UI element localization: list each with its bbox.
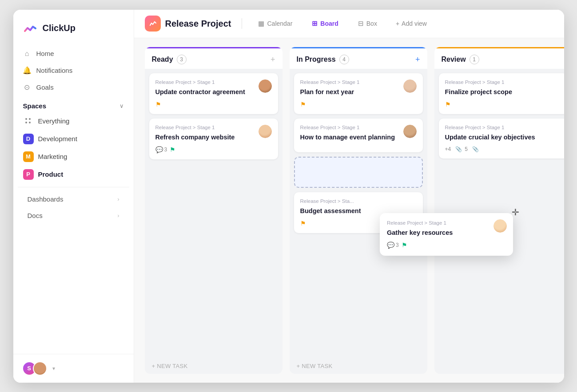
sidebar-item-dashboards[interactable]: Dashboards ›	[18, 191, 129, 207]
ready-cards: Release Project > Stage 1 Update contrac…	[145, 69, 283, 358]
tab-calendar[interactable]: ▦ Calendar	[253, 17, 298, 30]
sidebar-item-goals[interactable]: ⊙ Goals	[18, 79, 129, 96]
sidebar-item-development[interactable]: D Development	[18, 130, 129, 148]
task-footer: ⚑	[155, 101, 272, 108]
plus-icon: +	[396, 20, 399, 27]
task-title: Plan for next year	[300, 87, 417, 96]
attachment-icon: 📎	[455, 146, 462, 152]
extra-label: +4	[445, 146, 451, 152]
comment-count: 3	[164, 147, 167, 153]
sidebar-navigation: ⌂ Home 🔔 Notifications ⊙ Goals Spaces ∨ …	[13, 45, 134, 354]
column-count-in-progress: 4	[339, 55, 349, 64]
column-title-review: Review	[442, 55, 466, 63]
task-card[interactable]: Release Project > Stage 1 Update contrac…	[149, 73, 278, 114]
column-header-ready: Ready 3 +	[145, 47, 283, 69]
floating-card[interactable]: ✛ Release Project > Stage 1 Gather key r…	[380, 213, 513, 256]
dashboards-label: Dashboards	[28, 195, 64, 203]
add-task-ready-button[interactable]: +	[271, 55, 275, 63]
avatar-person	[33, 361, 47, 376]
board-wrapper: Ready 3 + Release Project > Stage 1 Upda…	[145, 47, 564, 374]
attachment-icon-2: 📎	[472, 146, 479, 152]
task-title: Update contractor agreement	[155, 87, 272, 96]
sidebar-item-label: Notifications	[36, 67, 73, 74]
task-card[interactable]: Release Project > Stage 1 Plan for next …	[294, 73, 423, 114]
project-header: Release Project	[145, 16, 231, 32]
clickup-logo-icon	[22, 20, 38, 36]
spaces-title: Spaces	[23, 102, 47, 110]
topbar-divider	[242, 18, 242, 29]
goals-icon: ⊙	[23, 83, 31, 91]
tab-box[interactable]: ⊟ Box	[353, 17, 382, 30]
board-area: Ready 3 + Release Project > Stage 1 Upda…	[134, 38, 564, 383]
box-label: Box	[366, 20, 377, 27]
column-in-progress: In Progress 4 + Release Project > Stage …	[290, 47, 427, 374]
sidebar: ClickUp ⌂ Home 🔔 Notifications ⊙ Goals S…	[13, 10, 134, 383]
column-header-review: Review 1	[434, 47, 564, 69]
tab-board[interactable]: ⊞ Board	[306, 17, 343, 30]
task-meta: Release Project > Stage 1	[445, 125, 561, 130]
task-footer: ⚑	[445, 101, 561, 108]
task-title: Update crucial key objectives	[445, 133, 561, 142]
move-icon: ✛	[512, 207, 519, 218]
sidebar-item-product[interactable]: P Product	[18, 166, 129, 183]
space-badge-p: P	[23, 169, 34, 180]
flag-icon: ⚑	[300, 220, 306, 227]
column-count-ready: 3	[177, 55, 187, 64]
flag-icon: ⚑	[170, 146, 175, 153]
sidebar-item-everything[interactable]: Everything	[18, 112, 129, 130]
chevron-down-icon[interactable]: ∨	[119, 103, 124, 109]
sidebar-item-docs[interactable]: Docs ›	[18, 207, 129, 224]
comment-badge: 💬 3	[387, 242, 399, 249]
avatar	[403, 125, 417, 138]
avatar	[259, 125, 272, 138]
task-card[interactable]: Release Project > Stage 1 Refresh compan…	[149, 119, 278, 159]
task-footer: ⚑	[300, 101, 417, 108]
chevron-right-icon: ›	[117, 196, 119, 202]
task-meta: Release Project > Stage 1	[300, 125, 417, 130]
space-badge-m: M	[23, 151, 34, 162]
svg-point-2	[25, 122, 27, 123]
task-card[interactable]: Release Project > Stage 1 How to manage …	[294, 119, 423, 152]
calendar-icon: ▦	[258, 20, 264, 28]
new-task-button[interactable]: + NEW TASK	[145, 358, 283, 374]
flag-icon: ⚑	[155, 101, 161, 108]
add-view-label: Add view	[402, 20, 427, 27]
sidebar-item-home[interactable]: ⌂ Home	[18, 45, 129, 62]
space-name: Product	[38, 170, 64, 178]
home-icon: ⌂	[23, 50, 31, 58]
box-icon: ⊟	[358, 20, 364, 28]
user-area: S ▾	[13, 354, 134, 383]
sidebar-item-notifications[interactable]: 🔔 Notifications	[18, 62, 129, 79]
board-icon: ⊞	[312, 20, 318, 28]
topbar: Release Project ▦ Calendar ⊞ Board ⊟ Box…	[134, 10, 564, 38]
space-badge-d: D	[23, 134, 34, 144]
comment-badge: 💬 3	[155, 146, 167, 153]
task-meta: Release Project > Stage 1	[155, 79, 272, 85]
task-footer: +4 📎 5 📎	[445, 146, 561, 152]
add-task-in-progress-button[interactable]: +	[415, 55, 420, 63]
task-title: Finalize project scope	[445, 87, 561, 96]
sidebar-item-marketing[interactable]: M Marketing	[18, 148, 129, 166]
task-meta: Release Project > Stage 1	[300, 79, 417, 85]
comment-count: 3	[396, 242, 399, 248]
task-footer: 💬 3 ⚑	[155, 146, 272, 153]
task-card-placeholder	[294, 157, 423, 188]
project-title: Release Project	[165, 19, 231, 29]
space-name: Development	[38, 135, 77, 143]
bell-icon: 🔔	[23, 67, 31, 75]
space-name: Everything	[38, 117, 70, 125]
floating-task-meta: Release Project > Stage 1	[387, 220, 506, 226]
new-task-button[interactable]: + NEW TASK	[290, 358, 427, 374]
column-ready: Ready 3 + Release Project > Stage 1 Upda…	[145, 47, 283, 374]
avatar	[403, 79, 417, 93]
avatar	[493, 219, 507, 233]
add-view-button[interactable]: + Add view	[391, 17, 431, 30]
task-card[interactable]: Release Project > Stage 1 Finalize proje…	[439, 73, 564, 114]
user-chevron-icon[interactable]: ▾	[52, 365, 55, 372]
avatar-stack: S	[22, 361, 47, 376]
task-card[interactable]: Release Project > Stage 1 Update crucial…	[439, 119, 564, 158]
svg-point-0	[25, 118, 27, 120]
sidebar-item-label: Home	[36, 50, 54, 57]
svg-point-3	[29, 122, 31, 123]
docs-label: Docs	[28, 212, 43, 219]
